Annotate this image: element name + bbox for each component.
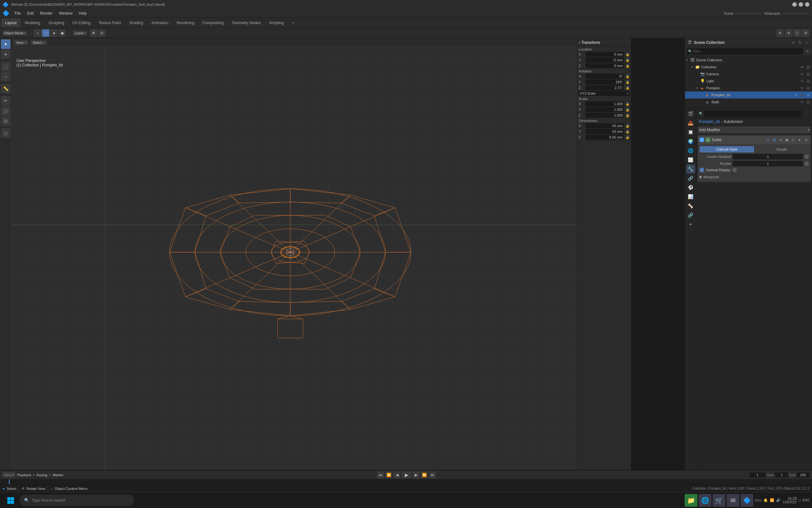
mod-realtime-icon[interactable]: ⬡ bbox=[765, 137, 771, 143]
windows-start-button[interactable] bbox=[3, 494, 18, 507]
rot-y-lock-icon[interactable]: 🔒 bbox=[625, 80, 630, 84]
dim-x-lock-icon[interactable]: 🔒 bbox=[625, 124, 630, 128]
constraints-props-icon[interactable]: 🔗 bbox=[686, 211, 695, 219]
outliner-filter-icon[interactable]: ⚙ bbox=[804, 49, 810, 54]
workspace-tab-modeling[interactable]: Modeling bbox=[21, 18, 44, 27]
menu-help[interactable]: Help bbox=[76, 10, 89, 16]
menu-window[interactable]: Window bbox=[56, 10, 75, 16]
mail-icon[interactable]: ✉ bbox=[727, 494, 739, 507]
scale-y-value[interactable]: 1.000 bbox=[586, 107, 624, 112]
mode-selector[interactable]: Object Mode ▾ bbox=[3, 31, 27, 36]
jump-end-button[interactable]: ⏭ bbox=[429, 471, 436, 478]
playback-label[interactable]: Playback bbox=[17, 473, 32, 477]
prev-keyframe-button[interactable]: ◀ bbox=[394, 471, 400, 478]
jump-start-button[interactable]: ⏮ bbox=[377, 471, 384, 478]
file-explorer-icon[interactable]: 📁 bbox=[685, 494, 697, 507]
move-tool[interactable]: ✛ bbox=[1, 50, 10, 59]
select-box-tool[interactable]: ⬚ bbox=[1, 61, 10, 71]
tree-light[interactable]: 💡 Light 👁 🎥 bbox=[685, 78, 812, 85]
render-dot[interactable] bbox=[804, 161, 809, 166]
scene-selector[interactable] bbox=[736, 13, 762, 14]
filter-icon[interactable]: ≡ bbox=[791, 40, 796, 45]
loc-y-value[interactable]: -0 mm bbox=[586, 57, 624, 62]
select-menu[interactable]: Select ▾ bbox=[31, 40, 47, 45]
mod-edit-icon[interactable]: ✏ bbox=[778, 137, 783, 143]
light-vis-icon[interactable]: 👁 bbox=[800, 79, 805, 84]
scale-z-lock-icon[interactable]: 🔒 bbox=[625, 113, 630, 118]
rot-x-value[interactable]: 0° bbox=[586, 74, 624, 79]
workspace-tab-add[interactable]: + bbox=[288, 18, 298, 27]
scale-x-lock-icon[interactable]: 🔒 bbox=[625, 102, 630, 106]
outliner-search[interactable]: 🔍 Filter... bbox=[687, 48, 803, 55]
collection-render-icon[interactable]: 🎥 bbox=[806, 65, 811, 70]
mod-apply-icon[interactable]: ▷ bbox=[791, 137, 796, 143]
marker-label[interactable]: Marker bbox=[53, 473, 63, 477]
lid-extra-icon[interactable]: ⚙ bbox=[806, 92, 811, 97]
world-props-icon[interactable]: 🌐 bbox=[686, 146, 695, 155]
modifier-enabled-checkbox[interactable]: ✓ bbox=[700, 137, 704, 142]
viewport-render-icon[interactable]: ◉ bbox=[58, 29, 66, 37]
viewlayer-selector[interactable] bbox=[783, 13, 808, 14]
scale-y-lock-icon[interactable]: 🔒 bbox=[625, 108, 630, 112]
mod-close-icon[interactable]: ✕ bbox=[803, 137, 809, 143]
tree-camera[interactable]: 📷 Camera 👁 🎥 bbox=[685, 71, 812, 78]
menu-file[interactable]: File bbox=[12, 10, 23, 16]
workspace-tab-uv-editing[interactable]: UV Editing bbox=[69, 18, 94, 27]
particles-props-icon[interactable]: ✦ bbox=[686, 220, 695, 229]
maximize-button[interactable]: □ bbox=[799, 2, 803, 7]
pumpkin-vis-icon[interactable]: 👁 bbox=[800, 85, 805, 90]
rot-y-value[interactable]: 180° bbox=[586, 79, 624, 85]
add-modifier-button[interactable]: Add Modifier ▾ bbox=[698, 126, 811, 133]
loc-x-value[interactable]: 0 mm bbox=[586, 52, 624, 57]
material-props-icon[interactable]: ⚽ bbox=[686, 183, 695, 192]
loc-z-value[interactable]: 0 mm bbox=[586, 63, 624, 68]
pivot-selector[interactable]: Local ▾ bbox=[73, 31, 87, 36]
render-value[interactable]: 1 bbox=[733, 161, 803, 166]
tree-collection[interactable]: ▾ 📁 Collection 👁 🎥 bbox=[685, 64, 812, 71]
loc-y-lock-icon[interactable]: 🔒 bbox=[625, 58, 630, 62]
prop-search-input[interactable] bbox=[704, 110, 802, 117]
modifier-props-icon[interactable]: 🔧 bbox=[686, 165, 695, 173]
dim-z-value[interactable]: 9.55 mm bbox=[586, 135, 624, 140]
dim-z-lock-icon[interactable]: 🔒 bbox=[625, 135, 630, 139]
new-collection-icon[interactable]: + bbox=[804, 40, 809, 45]
next-frame-button[interactable]: ⏩ bbox=[421, 471, 428, 478]
loc-x-lock-icon[interactable]: 🔒 bbox=[625, 52, 630, 56]
shader-props-icon[interactable]: 🔗 bbox=[686, 174, 695, 183]
collection-viewport-icon[interactable]: 👁 bbox=[800, 65, 805, 70]
titlebar-controls[interactable]: — □ ✕ bbox=[792, 2, 809, 7]
next-keyframe-button[interactable]: ▶ bbox=[412, 471, 419, 478]
camera-vis-icon[interactable]: 👁 bbox=[800, 72, 805, 77]
overlays-icon[interactable]: ⊕ bbox=[785, 29, 792, 37]
view-layer-props-icon[interactable]: 🔲 bbox=[686, 128, 695, 137]
transform-header[interactable]: ▾ Transform ⋮ bbox=[579, 39, 630, 46]
snap-icon[interactable]: ⊕ bbox=[90, 29, 97, 37]
cube-tool[interactable]: ◻ bbox=[1, 128, 10, 138]
transform-tool[interactable]: ↔ bbox=[1, 72, 10, 81]
viewport-wireframe-icon[interactable]: ⬡ bbox=[42, 29, 50, 37]
mod-cage-icon[interactable]: ◉ bbox=[784, 137, 790, 143]
play-button[interactable]: ▶ bbox=[402, 471, 411, 478]
tree-pumpkin-lid[interactable]: ▲ Pumpkin_lid 👁 🎥 ⚙ bbox=[685, 91, 812, 98]
lid-render-icon[interactable]: 🎥 bbox=[800, 92, 805, 97]
xray-icon[interactable]: ◫ bbox=[793, 29, 801, 37]
close-button[interactable]: ✕ bbox=[805, 2, 809, 7]
optimal-display-checkbox[interactable]: ✓ bbox=[700, 168, 704, 172]
stalk-render-icon[interactable]: 🎥 bbox=[806, 99, 811, 104]
rot-z-lock-icon[interactable]: 🔒 bbox=[625, 85, 630, 90]
prop-expand-icon[interactable]: ⋮ bbox=[803, 111, 809, 117]
view-menu[interactable]: View ▾ bbox=[14, 40, 28, 45]
workspace-tab-rendering[interactable]: Rendering bbox=[173, 18, 198, 27]
gizmo-icon[interactable]: ⊛ bbox=[776, 29, 784, 37]
start-frame-input[interactable]: 1 bbox=[775, 472, 788, 477]
render-props-icon[interactable]: 🎬 bbox=[686, 109, 695, 118]
workspace-tab-animation[interactable]: Animation bbox=[148, 18, 172, 27]
annotate-tool[interactable]: ✏ bbox=[1, 96, 10, 105]
output-props-icon[interactable]: 📤 bbox=[686, 119, 695, 127]
levels-viewport-value[interactable]: 1 bbox=[733, 154, 803, 160]
camera-render-icon[interactable]: 🎥 bbox=[806, 72, 811, 77]
viewport-solid-icon[interactable]: ○ bbox=[34, 29, 41, 37]
menu-edit[interactable]: Edit bbox=[25, 10, 36, 16]
empty-tool[interactable]: ⊡ bbox=[1, 116, 10, 126]
prev-frame-button[interactable]: ⏪ bbox=[385, 471, 392, 478]
